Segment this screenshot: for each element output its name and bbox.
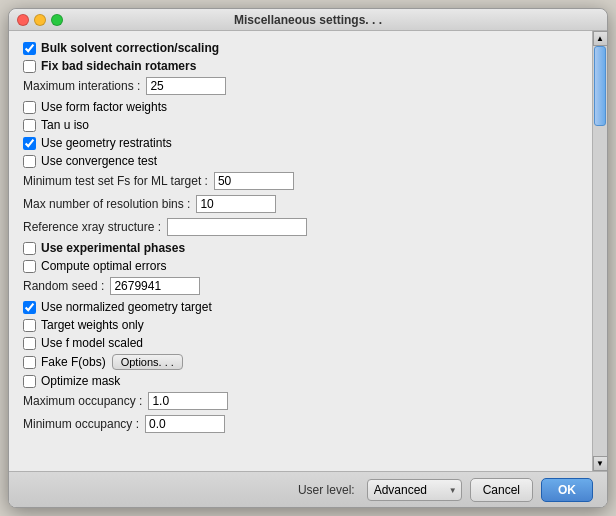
convergence-row: Use convergence test	[23, 154, 578, 168]
target-weights-row: Target weights only	[23, 318, 578, 332]
experimental-row: Use experimental phases	[23, 241, 578, 255]
max-res-row: Max number of resolution bins :	[23, 195, 578, 213]
fix-sidechain-checkbox[interactable]	[23, 60, 36, 73]
user-level-select-wrapper: Novice Intermediate Advanced Expert	[367, 479, 462, 501]
tan-u-iso-label: Tan u iso	[41, 118, 89, 132]
experimental-label: Use experimental phases	[41, 241, 185, 255]
close-button[interactable]	[17, 14, 29, 26]
geometry-label: Use geometry restratints	[41, 136, 172, 150]
scrollbar[interactable]: ▲ ▼	[592, 31, 607, 471]
titlebar: Miscellaneous settings. . .	[9, 9, 607, 31]
fake-fobs-checkbox[interactable]	[23, 356, 36, 369]
user-level-select[interactable]: Novice Intermediate Advanced Expert	[367, 479, 462, 501]
random-seed-input[interactable]	[110, 277, 200, 295]
form-factor-row: Use form factor weights	[23, 100, 578, 114]
cancel-button[interactable]: Cancel	[470, 478, 533, 502]
max-occupancy-label: Maximum occupancy :	[23, 394, 142, 408]
min-test-label: Minimum test set Fs for ML target :	[23, 174, 208, 188]
max-occupancy-row: Maximum occupancy :	[23, 392, 578, 410]
footer: User level: Novice Intermediate Advanced…	[9, 471, 607, 507]
fix-sidechain-label: Fix bad sidechain rotamers	[41, 59, 196, 73]
f-model-row: Use f model scaled	[23, 336, 578, 350]
convergence-checkbox[interactable]	[23, 155, 36, 168]
target-weights-checkbox[interactable]	[23, 319, 36, 332]
convergence-label: Use convergence test	[41, 154, 157, 168]
max-iterations-label: Maximum interations :	[23, 79, 140, 93]
random-seed-label: Random seed :	[23, 279, 104, 293]
min-occupancy-input[interactable]	[145, 415, 225, 433]
experimental-checkbox[interactable]	[23, 242, 36, 255]
content-area: Bulk solvent correction/scaling Fix bad …	[9, 31, 607, 471]
maximize-button[interactable]	[51, 14, 63, 26]
scroll-track	[593, 46, 607, 456]
compute-optimal-checkbox[interactable]	[23, 260, 36, 273]
bulk-solvent-row: Bulk solvent correction/scaling	[23, 41, 578, 55]
normalized-checkbox[interactable]	[23, 301, 36, 314]
compute-optimal-row: Compute optimal errors	[23, 259, 578, 273]
max-iterations-input[interactable]	[146, 77, 226, 95]
normalized-row: Use normalized geometry target	[23, 300, 578, 314]
optimize-mask-checkbox[interactable]	[23, 375, 36, 388]
ref-xray-row: Reference xray structure :	[23, 218, 578, 236]
window-title: Miscellaneous settings. . .	[234, 13, 382, 27]
scroll-up-arrow[interactable]: ▲	[593, 31, 608, 46]
optimize-mask-label: Optimize mask	[41, 374, 120, 388]
max-res-label: Max number of resolution bins :	[23, 197, 190, 211]
minimize-button[interactable]	[34, 14, 46, 26]
form-factor-checkbox[interactable]	[23, 101, 36, 114]
min-occupancy-label: Minimum occupancy :	[23, 417, 139, 431]
geometry-checkbox[interactable]	[23, 137, 36, 150]
max-occupancy-input[interactable]	[148, 392, 228, 410]
bulk-solvent-label: Bulk solvent correction/scaling	[41, 41, 219, 55]
tan-u-iso-row: Tan u iso	[23, 118, 578, 132]
min-occupancy-row: Minimum occupancy :	[23, 415, 578, 433]
random-seed-row: Random seed :	[23, 277, 578, 295]
tan-u-iso-checkbox[interactable]	[23, 119, 36, 132]
ref-xray-label: Reference xray structure :	[23, 220, 161, 234]
scroll-thumb[interactable]	[594, 46, 606, 126]
f-model-label: Use f model scaled	[41, 336, 143, 350]
optimize-mask-row: Optimize mask	[23, 374, 578, 388]
compute-optimal-label: Compute optimal errors	[41, 259, 166, 273]
ref-xray-input[interactable]	[167, 218, 307, 236]
fake-fobs-row: Fake F(obs) Options. . .	[23, 354, 578, 370]
max-res-input[interactable]	[196, 195, 276, 213]
geometry-row: Use geometry restratints	[23, 136, 578, 150]
fake-fobs-label: Fake F(obs)	[41, 355, 106, 369]
options-button[interactable]: Options. . .	[112, 354, 183, 370]
min-test-row: Minimum test set Fs for ML target :	[23, 172, 578, 190]
target-weights-label: Target weights only	[41, 318, 144, 332]
user-level-label: User level:	[298, 483, 355, 497]
normalized-label: Use normalized geometry target	[41, 300, 212, 314]
main-window: Miscellaneous settings. . . Bulk solvent…	[8, 8, 608, 508]
max-iterations-row: Maximum interations :	[23, 77, 578, 95]
bulk-solvent-checkbox[interactable]	[23, 42, 36, 55]
min-test-input[interactable]	[214, 172, 294, 190]
scroll-down-arrow[interactable]: ▼	[593, 456, 608, 471]
traffic-lights	[17, 14, 63, 26]
f-model-checkbox[interactable]	[23, 337, 36, 350]
form-factor-label: Use form factor weights	[41, 100, 167, 114]
ok-button[interactable]: OK	[541, 478, 593, 502]
main-content: Bulk solvent correction/scaling Fix bad …	[9, 31, 592, 471]
fix-sidechain-row: Fix bad sidechain rotamers	[23, 59, 578, 73]
